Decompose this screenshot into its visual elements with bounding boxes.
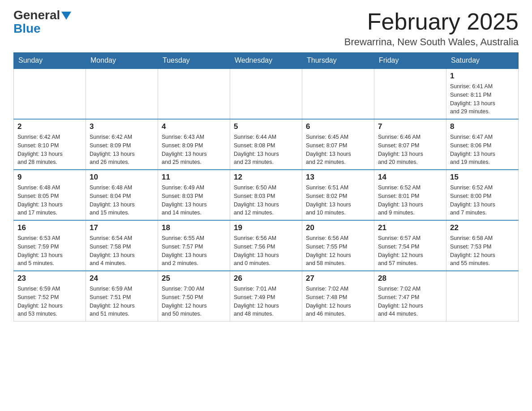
- calendar-cell: 21Sunrise: 6:57 AM Sunset: 7:54 PM Dayli…: [374, 220, 446, 271]
- calendar-cell: [14, 68, 86, 119]
- calendar-week-row: 2Sunrise: 6:42 AM Sunset: 8:10 PM Daylig…: [14, 119, 519, 170]
- day-number: 28: [378, 274, 442, 283]
- calendar-cell: 3Sunrise: 6:42 AM Sunset: 8:09 PM Daylig…: [86, 119, 158, 170]
- day-number: 25: [162, 274, 226, 283]
- day-info: Sunrise: 6:44 AM Sunset: 8:08 PM Dayligh…: [234, 133, 298, 167]
- calendar-cell: 12Sunrise: 6:50 AM Sunset: 8:03 PM Dayli…: [230, 170, 302, 220]
- calendar-cell: 13Sunrise: 6:51 AM Sunset: 8:02 PM Dayli…: [302, 170, 374, 220]
- calendar-cell: 4Sunrise: 6:43 AM Sunset: 8:09 PM Daylig…: [158, 119, 230, 170]
- calendar-cell: 26Sunrise: 7:01 AM Sunset: 7:49 PM Dayli…: [230, 271, 302, 321]
- day-number: 27: [306, 274, 370, 283]
- day-info: Sunrise: 7:01 AM Sunset: 7:49 PM Dayligh…: [234, 285, 298, 318]
- day-number: 22: [450, 223, 515, 232]
- col-sunday: Sunday: [14, 53, 86, 69]
- calendar-cell: 5Sunrise: 6:44 AM Sunset: 8:08 PM Daylig…: [230, 119, 302, 170]
- day-number: 19: [234, 223, 298, 232]
- day-info: Sunrise: 6:54 AM Sunset: 7:58 PM Dayligh…: [90, 234, 154, 268]
- day-info: Sunrise: 6:57 AM Sunset: 7:54 PM Dayligh…: [378, 234, 442, 268]
- day-info: Sunrise: 6:43 AM Sunset: 8:09 PM Dayligh…: [162, 133, 226, 167]
- calendar-header-row: Sunday Monday Tuesday Wednesday Thursday…: [14, 53, 519, 69]
- day-info: Sunrise: 6:59 AM Sunset: 7:52 PM Dayligh…: [17, 285, 82, 318]
- day-info: Sunrise: 6:58 AM Sunset: 7:53 PM Dayligh…: [450, 234, 515, 268]
- calendar-cell: 27Sunrise: 7:02 AM Sunset: 7:48 PM Dayli…: [302, 271, 374, 321]
- day-info: Sunrise: 6:51 AM Sunset: 8:02 PM Dayligh…: [306, 184, 370, 217]
- day-number: 6: [306, 122, 370, 131]
- location-title: Brewarrina, New South Wales, Australia: [344, 36, 519, 48]
- day-info: Sunrise: 6:42 AM Sunset: 8:10 PM Dayligh…: [17, 133, 82, 167]
- calendar-cell: 25Sunrise: 7:00 AM Sunset: 7:50 PM Dayli…: [158, 271, 230, 321]
- day-info: Sunrise: 6:55 AM Sunset: 7:57 PM Dayligh…: [162, 234, 226, 268]
- calendar-cell: [86, 68, 158, 119]
- day-info: Sunrise: 6:45 AM Sunset: 8:07 PM Dayligh…: [306, 133, 370, 167]
- day-number: 13: [306, 173, 370, 182]
- calendar-cell: 24Sunrise: 6:59 AM Sunset: 7:51 PM Dayli…: [86, 271, 158, 321]
- col-saturday: Saturday: [446, 53, 519, 69]
- calendar-cell: 17Sunrise: 6:54 AM Sunset: 7:58 PM Dayli…: [86, 220, 158, 271]
- calendar-week-row: 23Sunrise: 6:59 AM Sunset: 7:52 PM Dayli…: [14, 271, 519, 321]
- logo-text-blue: Blue: [13, 22, 41, 35]
- day-info: Sunrise: 6:46 AM Sunset: 8:07 PM Dayligh…: [378, 133, 442, 167]
- day-number: 17: [90, 223, 154, 232]
- day-info: Sunrise: 6:50 AM Sunset: 8:03 PM Dayligh…: [234, 184, 298, 217]
- day-number: 16: [17, 223, 82, 232]
- col-monday: Monday: [86, 53, 158, 69]
- day-number: 14: [378, 173, 442, 182]
- logo-triangle-icon: [61, 12, 71, 20]
- calendar-cell: 8Sunrise: 6:47 AM Sunset: 8:06 PM Daylig…: [446, 119, 519, 170]
- day-number: 9: [17, 173, 82, 182]
- calendar-week-row: 1Sunrise: 6:41 AM Sunset: 8:11 PM Daylig…: [14, 68, 519, 119]
- calendar-cell: [158, 68, 230, 119]
- calendar-cell: 9Sunrise: 6:48 AM Sunset: 8:05 PM Daylig…: [14, 170, 86, 220]
- day-number: 4: [162, 122, 226, 131]
- day-number: 5: [234, 122, 298, 131]
- calendar-cell: 19Sunrise: 6:56 AM Sunset: 7:56 PM Dayli…: [230, 220, 302, 271]
- day-info: Sunrise: 6:47 AM Sunset: 8:06 PM Dayligh…: [450, 133, 515, 167]
- day-number: 10: [90, 173, 154, 182]
- day-number: 12: [234, 173, 298, 182]
- calendar-cell: 2Sunrise: 6:42 AM Sunset: 8:10 PM Daylig…: [14, 119, 86, 170]
- calendar-cell: 11Sunrise: 6:49 AM Sunset: 8:03 PM Dayli…: [158, 170, 230, 220]
- calendar-week-row: 16Sunrise: 6:53 AM Sunset: 7:59 PM Dayli…: [14, 220, 519, 271]
- calendar-cell: 1Sunrise: 6:41 AM Sunset: 8:11 PM Daylig…: [446, 68, 519, 119]
- day-info: Sunrise: 6:53 AM Sunset: 7:59 PM Dayligh…: [17, 234, 82, 268]
- day-info: Sunrise: 7:00 AM Sunset: 7:50 PM Dayligh…: [162, 285, 226, 318]
- calendar-week-row: 9Sunrise: 6:48 AM Sunset: 8:05 PM Daylig…: [14, 170, 519, 220]
- title-section: February 2025 Brewarrina, New South Wale…: [344, 9, 519, 48]
- calendar-cell: 20Sunrise: 6:56 AM Sunset: 7:55 PM Dayli…: [302, 220, 374, 271]
- day-info: Sunrise: 6:49 AM Sunset: 8:03 PM Dayligh…: [162, 184, 226, 217]
- calendar-cell: [446, 271, 519, 321]
- calendar-cell: 6Sunrise: 6:45 AM Sunset: 8:07 PM Daylig…: [302, 119, 374, 170]
- calendar-cell: 14Sunrise: 6:52 AM Sunset: 8:01 PM Dayli…: [374, 170, 446, 220]
- day-number: 2: [17, 122, 82, 131]
- logo: General Blue: [13, 9, 71, 35]
- day-info: Sunrise: 6:41 AM Sunset: 8:11 PM Dayligh…: [450, 82, 515, 116]
- calendar-cell: 16Sunrise: 6:53 AM Sunset: 7:59 PM Dayli…: [14, 220, 86, 271]
- calendar-cell: [230, 68, 302, 119]
- day-info: Sunrise: 6:59 AM Sunset: 7:51 PM Dayligh…: [90, 285, 154, 318]
- calendar-cell: 15Sunrise: 6:52 AM Sunset: 8:00 PM Dayli…: [446, 170, 519, 220]
- day-number: 1: [450, 72, 515, 81]
- col-friday: Friday: [374, 53, 446, 69]
- day-number: 11: [162, 173, 226, 182]
- calendar-cell: 22Sunrise: 6:58 AM Sunset: 7:53 PM Dayli…: [446, 220, 519, 271]
- calendar-cell: [374, 68, 446, 119]
- day-info: Sunrise: 6:56 AM Sunset: 7:55 PM Dayligh…: [306, 234, 370, 268]
- col-wednesday: Wednesday: [230, 53, 302, 69]
- day-info: Sunrise: 6:48 AM Sunset: 8:05 PM Dayligh…: [17, 184, 82, 217]
- day-info: Sunrise: 7:02 AM Sunset: 7:47 PM Dayligh…: [378, 285, 442, 318]
- col-thursday: Thursday: [302, 53, 374, 69]
- day-info: Sunrise: 6:52 AM Sunset: 8:00 PM Dayligh…: [450, 184, 515, 217]
- day-info: Sunrise: 7:02 AM Sunset: 7:48 PM Dayligh…: [306, 285, 370, 318]
- calendar-cell: 10Sunrise: 6:48 AM Sunset: 8:04 PM Dayli…: [86, 170, 158, 220]
- calendar-cell: 18Sunrise: 6:55 AM Sunset: 7:57 PM Dayli…: [158, 220, 230, 271]
- day-info: Sunrise: 6:42 AM Sunset: 8:09 PM Dayligh…: [90, 133, 154, 167]
- calendar-cell: 28Sunrise: 7:02 AM Sunset: 7:47 PM Dayli…: [374, 271, 446, 321]
- day-number: 24: [90, 274, 154, 283]
- day-number: 20: [306, 223, 370, 232]
- day-number: 3: [90, 122, 154, 131]
- col-tuesday: Tuesday: [158, 53, 230, 69]
- day-number: 8: [450, 122, 515, 131]
- calendar-cell: 7Sunrise: 6:46 AM Sunset: 8:07 PM Daylig…: [374, 119, 446, 170]
- page-header: General Blue February 2025 Brewarrina, N…: [13, 9, 519, 48]
- day-number: 21: [378, 223, 442, 232]
